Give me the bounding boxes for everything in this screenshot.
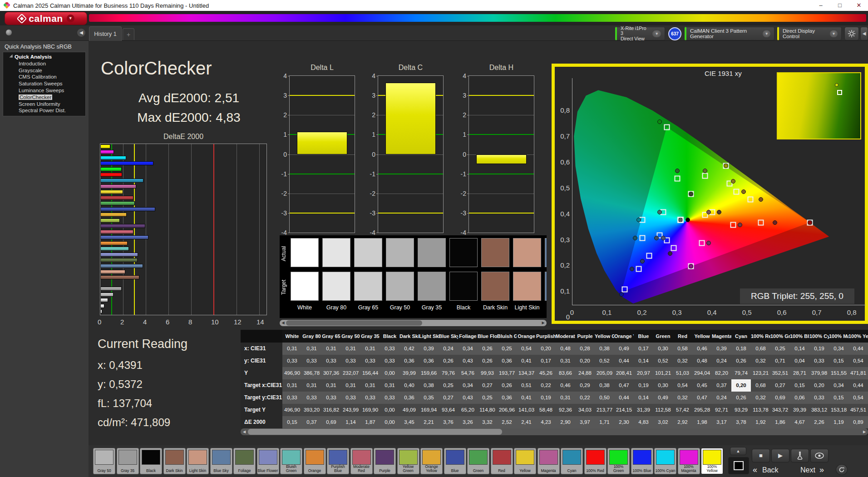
table-scrollbar[interactable]: ◀ ▶: [241, 428, 868, 435]
table-cell[interactable]: 153,18: [829, 404, 848, 416]
table-cell[interactable]: 0,34: [458, 343, 478, 355]
table-cell[interactable]: 307,36: [321, 367, 341, 379]
table-cell[interactable]: 34,03: [575, 404, 595, 416]
table-cell[interactable]: 0,29: [575, 379, 595, 392]
table-cell[interactable]: 0,32: [673, 355, 692, 367]
table-cell[interactable]: 352,51: [770, 367, 790, 379]
measure-button[interactable]: [791, 449, 809, 462]
table-cell[interactable]: 58,48: [536, 404, 556, 416]
chevron-down-icon[interactable]: ▼: [67, 15, 74, 22]
table-cell[interactable]: 0,89: [848, 416, 868, 428]
table-cell[interactable]: 0,69: [770, 392, 790, 404]
table-cell[interactable]: 2,92: [673, 416, 692, 428]
table-cell[interactable]: 0,36: [497, 355, 517, 367]
table-cell[interactable]: 57,42: [673, 404, 692, 416]
table-cell[interactable]: 0,17: [536, 355, 556, 367]
table-cell[interactable]: 0,45: [692, 379, 712, 392]
table-cell[interactable]: 0,54: [848, 392, 868, 404]
table-cell[interactable]: 2,90: [556, 416, 575, 428]
table-cell[interactable]: 0,54: [673, 379, 692, 392]
patch-button-foliage[interactable]: Foliage: [233, 448, 256, 474]
table-cell[interactable]: 0,50: [595, 392, 614, 404]
table-cell[interactable]: 0,37: [302, 416, 321, 428]
table-cell[interactable]: 0,31: [360, 379, 380, 392]
table-cell[interactable]: 0,30: [653, 343, 673, 355]
table-cell[interactable]: 0,48: [692, 355, 712, 367]
table-cell[interactable]: 0,39: [419, 343, 439, 355]
table-cell[interactable]: 0,44: [614, 355, 634, 367]
table-cell[interactable]: 1,19: [829, 416, 848, 428]
table-cell[interactable]: 0,33: [282, 392, 302, 404]
table-cell[interactable]: 0,19: [536, 392, 556, 404]
table-cell[interactable]: 0,26: [478, 343, 497, 355]
table-cell[interactable]: 169,94: [419, 404, 439, 416]
table-cell[interactable]: 31,39: [634, 404, 653, 416]
table-cell[interactable]: 1,98: [692, 416, 712, 428]
table-cell[interactable]: 1,86: [770, 416, 790, 428]
table-cell[interactable]: 0,31: [302, 379, 321, 392]
table-cell[interactable]: 159,66: [419, 367, 439, 379]
table-cell[interactable]: 2,26: [809, 416, 829, 428]
table-cell[interactable]: 0,22: [575, 392, 595, 404]
sidebar-item-grayscale[interactable]: Grayscale: [3, 67, 85, 74]
table-cell[interactable]: 0,33: [341, 355, 360, 367]
table-cell[interactable]: 0,31: [360, 343, 380, 355]
table-cell[interactable]: 0,15: [829, 355, 848, 367]
table-cell[interactable]: 393,20: [302, 404, 321, 416]
table-cell[interactable]: 2,21: [419, 416, 439, 428]
table-cell[interactable]: 0,44: [848, 343, 868, 355]
source-dropdown[interactable]: CalMAN Client 3 Pattern Generator ▼: [685, 27, 774, 40]
table-cell[interactable]: 0,25: [770, 343, 790, 355]
table-cell[interactable]: 156,44: [360, 367, 380, 379]
calman-menu-button[interactable]: calman ▼: [5, 12, 87, 25]
table-cell[interactable]: 0,24: [439, 343, 458, 355]
sidebar-item-luminance-sweeps[interactable]: Luminance Sweeps: [3, 87, 85, 94]
table-cell[interactable]: 0,04: [790, 355, 809, 367]
table-cell[interactable]: 0,46: [692, 343, 712, 355]
scrollbar-thumb[interactable]: [286, 320, 422, 326]
table-cell[interactable]: 134,37: [517, 367, 536, 379]
table-cell[interactable]: 0,36: [419, 355, 439, 367]
patch-button-bluish-green[interactable]: Bluish Green: [280, 448, 302, 474]
table-cell[interactable]: 0,14: [790, 343, 809, 355]
patch-button-gray-35[interactable]: Gray 35: [117, 448, 139, 474]
table-cell[interactable]: 0,33: [380, 392, 399, 404]
table-cell[interactable]: 0,31: [321, 343, 341, 355]
table-cell[interactable]: 0,28: [575, 343, 595, 355]
table-cell[interactable]: 0,68: [751, 343, 770, 355]
table-cell[interactable]: 0,31: [321, 379, 341, 392]
sidebar-collapse-button[interactable]: ◀: [77, 29, 85, 37]
table-cell[interactable]: 1,71: [595, 416, 614, 428]
display-control-dropdown[interactable]: Direct Display Control ▼: [777, 27, 842, 40]
table-cell[interactable]: 0,24: [712, 392, 731, 404]
table-cell[interactable]: 28,71: [790, 367, 809, 379]
table-cell[interactable]: 0,43: [458, 355, 478, 367]
patch-button-green[interactable]: Green: [467, 448, 489, 474]
table-cell[interactable]: 0,33: [380, 343, 399, 355]
table-cell[interactable]: 208,41: [614, 367, 634, 379]
swatch-scrollbar[interactable]: ◀ ▶: [280, 320, 547, 326]
table-cell[interactable]: 54,76: [458, 367, 478, 379]
scroll-left-icon[interactable]: ◀: [280, 320, 286, 326]
scrollbar-thumb[interactable]: [248, 429, 502, 435]
table-cell[interactable]: 24,88: [575, 367, 595, 379]
patch-button-blue-flower[interactable]: Blue Flower: [257, 448, 279, 474]
table-cell[interactable]: 0,44: [614, 392, 634, 404]
pattern-window-button[interactable]: [728, 457, 749, 474]
patch-button-100-yellow[interactable]: 100% Yellow: [701, 448, 723, 474]
table-cell[interactable]: 0,31: [302, 343, 321, 355]
patch-button-100-blue[interactable]: 100% Blue: [631, 448, 653, 474]
table-cell[interactable]: 3,26: [458, 416, 478, 428]
table-cell[interactable]: 2,52: [497, 416, 517, 428]
table-cell[interactable]: 193,77: [497, 367, 517, 379]
table-cell[interactable]: 0,36: [497, 392, 517, 404]
add-tab-button[interactable]: +: [123, 28, 134, 40]
table-cell[interactable]: 471,81: [848, 367, 868, 379]
table-cell[interactable]: 0,31: [556, 355, 575, 367]
table-cell[interactable]: 243,99: [341, 404, 360, 416]
scroll-right-icon[interactable]: ▶: [540, 320, 546, 326]
table-cell[interactable]: 0,33: [321, 392, 341, 404]
table-cell[interactable]: 92,36: [556, 404, 575, 416]
scroll-right-icon[interactable]: ▶: [861, 429, 868, 435]
table-cell[interactable]: 0,43: [458, 392, 478, 404]
